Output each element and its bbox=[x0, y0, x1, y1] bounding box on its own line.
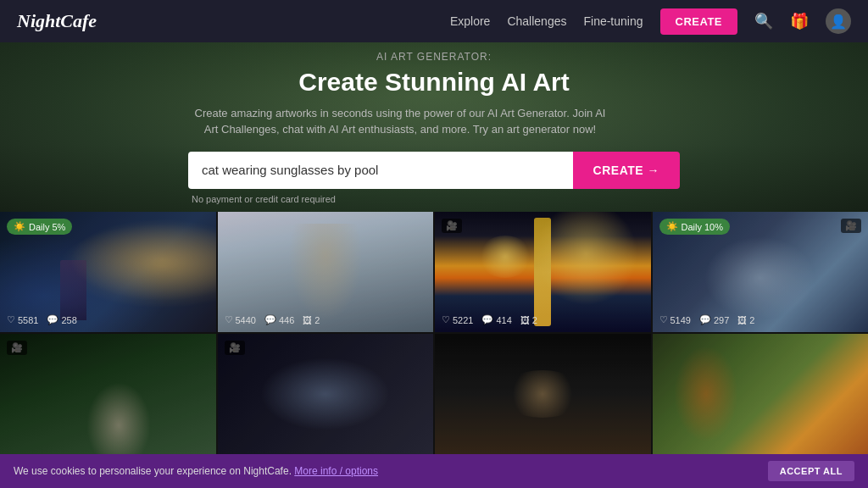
gallery-item[interactable]: ♡ 5440 💬 446 🖼 2 bbox=[218, 212, 434, 332]
no-payment-text: No payment or credit card required bbox=[188, 194, 680, 204]
likes-stat: ♡ 5440 bbox=[225, 314, 256, 325]
gallery-item[interactable] bbox=[435, 334, 651, 454]
heart-icon: ♡ bbox=[442, 314, 450, 325]
print-icon: 🖼 bbox=[303, 315, 312, 325]
gallery-item[interactable]: ☀️ Daily 10% 🎥 ♡ 5149 💬 297 🖼 2 bbox=[653, 212, 869, 332]
likes-count: 5440 bbox=[236, 315, 256, 325]
comment-icon: 💬 bbox=[47, 314, 58, 325]
video-badge: 🎥 bbox=[442, 219, 462, 233]
navbar-create-button[interactable]: CREATE bbox=[660, 8, 737, 35]
comments-stat: 💬 297 bbox=[699, 314, 729, 325]
gallery-item[interactable]: 🎥 ♡ 5221 💬 414 🖼 2 bbox=[435, 212, 651, 332]
prints-count: 2 bbox=[314, 315, 320, 325]
badge-icon: ☀️ bbox=[666, 221, 678, 232]
badge-icon: ☀️ bbox=[14, 221, 25, 232]
video-badge: 🎥 bbox=[225, 341, 245, 355]
cookie-message: We use cookies to personalise your exper… bbox=[14, 465, 378, 477]
video-badge: 🎥 bbox=[841, 219, 861, 233]
gallery-item[interactable]: 🎥 bbox=[218, 334, 434, 454]
cookie-more-info-link[interactable]: More info / options bbox=[294, 465, 378, 477]
comments-stat: 💬 258 bbox=[47, 314, 76, 325]
prints-stat: 🖼 2 bbox=[303, 315, 320, 325]
prints-stat: 🖼 2 bbox=[737, 315, 754, 325]
comments-count: 446 bbox=[279, 315, 294, 325]
search-bar: CREATE → bbox=[188, 152, 680, 189]
gallery-grid: ☀️ Daily 5% ♡ 5581 💬 258 ♡ 5440 bbox=[0, 212, 868, 454]
likes-count: 5581 bbox=[18, 315, 38, 325]
comments-stat: 💬 446 bbox=[264, 314, 294, 325]
hero-section: AI ART GENERATOR: Create Stunning AI Art… bbox=[0, 42, 868, 212]
navbar-challenges[interactable]: Challenges bbox=[507, 14, 566, 28]
search-create-button[interactable]: CREATE → bbox=[573, 152, 680, 189]
prints-count: 2 bbox=[532, 315, 537, 325]
likes-count: 5221 bbox=[453, 315, 473, 325]
cookie-accept-button[interactable]: ACCEPT ALL bbox=[768, 461, 854, 481]
comments-stat: 💬 414 bbox=[481, 314, 511, 325]
logo[interactable]: NightCafe bbox=[17, 10, 97, 32]
print-icon: 🖼 bbox=[737, 315, 747, 325]
comment-icon: 💬 bbox=[699, 314, 711, 325]
comment-icon: 💬 bbox=[481, 314, 493, 325]
likes-stat: ♡ 5581 bbox=[7, 314, 38, 325]
hero-description: Create amazing artworks in seconds using… bbox=[188, 105, 612, 138]
comments-count: 258 bbox=[61, 315, 76, 325]
search-input[interactable] bbox=[188, 152, 573, 189]
search-icon[interactable]: 🔍 bbox=[754, 12, 773, 30]
heart-icon: ♡ bbox=[659, 314, 668, 325]
navbar: NightCafe Explore Challenges Fine-tuning… bbox=[0, 0, 868, 42]
prints-count: 2 bbox=[749, 315, 754, 325]
comments-count: 297 bbox=[714, 315, 729, 325]
likes-stat: ♡ 5221 bbox=[442, 314, 473, 325]
item-stats: ♡ 5149 💬 297 🖼 2 bbox=[659, 314, 862, 325]
badge-text: Daily 10% bbox=[682, 222, 724, 232]
badge-text: Daily 5% bbox=[29, 222, 65, 232]
gallery-item[interactable] bbox=[653, 334, 869, 454]
prints-stat: 🖼 2 bbox=[520, 315, 537, 325]
hero-subtitle: AI ART GENERATOR: bbox=[188, 51, 680, 63]
item-stats: ♡ 5440 💬 446 🖼 2 bbox=[225, 314, 427, 325]
gift-icon[interactable]: 🎁 bbox=[790, 12, 809, 30]
user-avatar[interactable]: 👤 bbox=[826, 8, 851, 34]
cookie-banner: We use cookies to personalise your exper… bbox=[0, 454, 868, 488]
navbar-explore[interactable]: Explore bbox=[450, 14, 490, 28]
daily-badge: ☀️ Daily 5% bbox=[7, 219, 72, 235]
navbar-finetuning[interactable]: Fine-tuning bbox=[583, 14, 643, 28]
item-stats: ♡ 5581 💬 258 bbox=[7, 314, 209, 325]
comments-count: 414 bbox=[496, 315, 511, 325]
video-badge: 🎥 bbox=[7, 341, 27, 355]
hero-content: AI ART GENERATOR: Create Stunning AI Art… bbox=[188, 51, 680, 204]
heart-icon: ♡ bbox=[7, 314, 15, 325]
print-icon: 🖼 bbox=[520, 315, 530, 325]
gallery-item[interactable]: 🎥 bbox=[0, 334, 216, 454]
comment-icon: 💬 bbox=[264, 314, 276, 325]
heart-icon: ♡ bbox=[225, 314, 233, 325]
likes-stat: ♡ 5149 bbox=[659, 314, 691, 325]
hero-title: Create Stunning AI Art bbox=[188, 68, 680, 97]
navbar-right: Explore Challenges Fine-tuning CREATE 🔍 … bbox=[450, 8, 851, 35]
likes-count: 5149 bbox=[670, 315, 691, 325]
item-stats: ♡ 5221 💬 414 🖼 2 bbox=[442, 314, 644, 325]
gallery-item[interactable]: ☀️ Daily 5% ♡ 5581 💬 258 bbox=[0, 212, 216, 332]
daily-badge: ☀️ Daily 10% bbox=[659, 219, 731, 235]
